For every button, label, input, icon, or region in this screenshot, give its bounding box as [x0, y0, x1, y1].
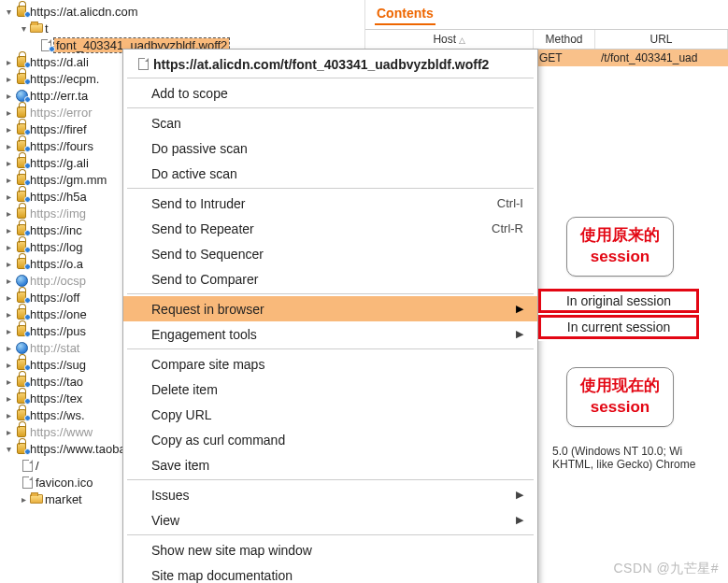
col-method[interactable]: Method: [534, 30, 595, 49]
lock-icon: [13, 443, 30, 454]
chevron-right-icon: ▸: [4, 208, 13, 219]
file-icon: [19, 476, 36, 489]
ctx-item[interactable]: Do active scan: [123, 161, 537, 186]
chevron-right-icon: ▸: [4, 57, 13, 67]
lock-icon: [13, 140, 30, 151]
separator: [127, 78, 534, 78]
ctx-item[interactable]: View▶: [123, 507, 537, 533]
ctx-item[interactable]: Send to IntruderCtrl-I: [123, 191, 537, 216]
chevron-right-icon: ▸: [4, 141, 13, 151]
tree-site-label: https://one: [30, 307, 87, 321]
tree-folder-label: t: [45, 21, 49, 36]
ctx-item-label: Copy as curl command: [151, 433, 285, 448]
separator: [127, 188, 534, 189]
ctx-item-label: Save item: [151, 458, 209, 473]
ctx-item[interactable]: Request in browser▶: [123, 296, 537, 321]
ctx-item[interactable]: Engagement tools▶: [123, 321, 537, 347]
ctx-item[interactable]: Send to Comparer: [123, 266, 537, 292]
chevron-right-icon: ▶: [516, 328, 523, 340]
separator: [127, 107, 534, 108]
lock-icon: [13, 241, 30, 252]
chevron-right-icon: ▶: [516, 514, 523, 526]
lock-icon: [13, 359, 30, 370]
tree-file-label: favicon.ico: [36, 476, 93, 490]
lock-icon: [13, 123, 30, 135]
ctx-item-label: Show new site map window: [151, 543, 312, 558]
submenu-original-session[interactable]: In original session: [538, 289, 699, 313]
tree-site-label: https://ws.: [30, 408, 85, 422]
chevron-right-icon: ▸: [4, 410, 13, 420]
chevron-right-icon: ▸: [4, 192, 13, 202]
tree-site-root[interactable]: ▾ https://at.alicdn.com: [0, 3, 364, 20]
chevron-right-icon: ▸: [4, 292, 13, 303]
lock-icon: [13, 409, 30, 420]
ctx-item-label: Send to Repeater: [151, 221, 254, 236]
globe-icon: [13, 90, 30, 102]
ctx-item[interactable]: Issues▶: [123, 482, 537, 507]
ctx-item[interactable]: Scan: [123, 110, 537, 135]
chevron-right-icon: ▸: [4, 107, 13, 118]
tree-site-label: https://fours: [30, 139, 93, 153]
ctx-item-label: Do active scan: [151, 166, 237, 181]
tree-site-label: http://stat: [30, 341, 79, 355]
context-menu: https://at.alicdn.com/t/font_403341_uadb…: [122, 49, 538, 583]
tree-site-label: https://at.alicdn.com: [30, 5, 138, 19]
ctx-item[interactable]: Send to Sequencer: [123, 241, 537, 266]
col-host[interactable]: Host: [365, 30, 534, 49]
tab-contents[interactable]: Contents: [375, 3, 435, 25]
tree-site-label: https://off: [30, 291, 79, 305]
lock-icon: [13, 107, 30, 118]
lock-icon: [13, 191, 30, 202]
lock-icon: [13, 325, 30, 336]
separator: [127, 348, 534, 349]
ctx-item-label: Issues: [151, 488, 189, 503]
chevron-right-icon: ▸: [4, 360, 13, 370]
tree-site-label: https://sug: [30, 358, 86, 372]
shortcut-label: Ctrl-R: [492, 221, 523, 235]
tree-folder[interactable]: ▾ t: [0, 20, 364, 36]
lock-icon: [13, 207, 30, 219]
ctx-item[interactable]: Copy URL: [123, 402, 537, 427]
shortcut-label: Ctrl-I: [497, 196, 523, 210]
ctx-item-label: Add to scope: [151, 86, 228, 101]
ctx-item-label: Scan: [151, 116, 181, 131]
tree-site-label: https://g.ali: [30, 156, 89, 170]
folder-icon: [28, 494, 45, 504]
separator: [127, 479, 534, 480]
tree-site-label: https://o.a: [30, 257, 83, 271]
submenu-current-session[interactable]: In current session: [538, 315, 699, 339]
ctx-item[interactable]: Copy as curl command: [123, 427, 537, 452]
lock-icon: [13, 174, 30, 185]
annotation-callout: 使用现在的session: [566, 367, 674, 427]
lock-icon: [13, 73, 30, 84]
lock-icon: [13, 224, 30, 235]
ctx-item[interactable]: Send to RepeaterCtrl-R: [123, 216, 537, 241]
ctx-item-label: Send to Sequencer: [151, 247, 264, 262]
tree-site-label: https://error: [30, 106, 92, 120]
lock-icon: [13, 376, 30, 387]
ctx-item[interactable]: Show new site map window: [123, 537, 537, 562]
lock-icon: [13, 6, 30, 17]
ctx-item[interactable]: Compare site maps: [123, 351, 537, 377]
chevron-right-icon: ▸: [4, 225, 13, 235]
ctx-item[interactable]: Delete item: [123, 377, 537, 402]
ctx-item[interactable]: Do passive scan: [123, 135, 537, 161]
chevron-right-icon: ▸: [4, 343, 13, 353]
tree-site-label: https://ecpm.: [30, 72, 99, 86]
chevron-down-icon: ▾: [19, 23, 28, 34]
submenu-request-in-browser: In original session In current session: [538, 289, 699, 341]
ctx-item[interactable]: Add to scope: [123, 80, 537, 106]
lock-icon: [13, 292, 30, 303]
file-icon: [135, 58, 151, 70]
globe-icon: [13, 342, 30, 354]
ctx-item[interactable]: Site map documentation: [123, 562, 537, 583]
ctx-item[interactable]: Save item: [123, 452, 537, 477]
separator: [127, 534, 534, 535]
tree-folder-label: market: [45, 492, 82, 506]
ctx-item-label: Site map documentation: [151, 568, 293, 583]
col-url[interactable]: URL: [595, 30, 728, 49]
ctx-header-url: https://at.alicdn.com/t/font_403341_uadb…: [153, 57, 489, 72]
lock-icon: [13, 157, 30, 168]
file-icon: [19, 460, 36, 472]
chevron-down-icon: ▾: [4, 7, 13, 17]
